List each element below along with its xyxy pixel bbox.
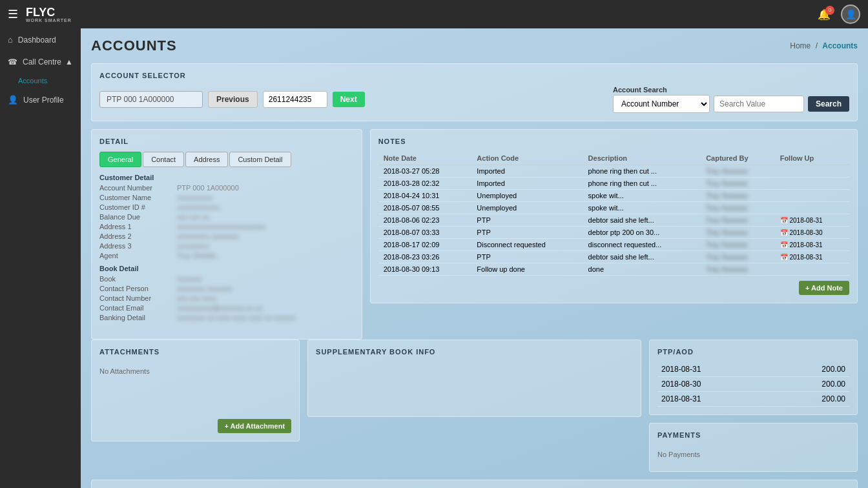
col-note-date: Note Date <box>378 152 472 165</box>
table-row[interactable]: 2018-03-28 02:32 Imported phone ring the… <box>378 178 849 190</box>
user-avatar[interactable]: 👤 <box>841 5 860 24</box>
note-description: phone ring then cut ... <box>583 165 701 178</box>
note-date: 2018-08-17 02:09 <box>378 239 472 251</box>
breadcrumb-home[interactable]: Home <box>790 41 811 50</box>
field-label-contact-person: Contact Person <box>99 285 177 292</box>
note-description: debtor said she left... <box>583 251 701 263</box>
note-date: 2018-08-23 03:26 <box>378 251 472 263</box>
previous-button[interactable]: Previous <box>208 91 258 108</box>
field-agent: Agent Troy Shields <box>99 252 354 259</box>
tab-custom-detail[interactable]: Custom Detail <box>229 152 291 167</box>
sidebar: ⌂ Dashboard ☎ Call Centre ▲ Accounts 👤 U… <box>0 28 81 488</box>
table-row[interactable]: 2018-08-30 09:13 Follow up done done Trx… <box>378 263 849 276</box>
search-value-input[interactable] <box>714 96 804 112</box>
note-action: Unemployed <box>471 190 583 202</box>
note-follow-up <box>775 178 849 190</box>
ptp-amount: 200.00 <box>822 365 845 374</box>
field-contact-email: Contact Email xxxxxxxxxx@xxxxxxx.xx.xx <box>99 304 354 312</box>
nav-left: ☰ FLYC WORK SMARTER <box>8 6 72 23</box>
notes-table-body: 2018-03-27 05:28 Imported phone ring the… <box>378 165 849 276</box>
no-attachments-text: No Attachments <box>99 362 291 380</box>
sidebar-label-user-profile: User Profile <box>23 96 64 105</box>
detail-card-title: DETAIL <box>99 137 354 145</box>
user-icon: 👤 <box>8 95 18 105</box>
breadcrumb-separator: / <box>816 41 818 50</box>
bottom-row: ATTACHMENTS No Attachments + Add Attachm… <box>91 340 858 480</box>
note-captured-by: Trxy Xxxxxxx <box>701 190 775 202</box>
field-value-customer-id: xxxxxxxxxxxx <box>177 203 220 211</box>
col-captured-by: Captured By <box>701 152 775 165</box>
note-date: 2018-08-07 03:33 <box>378 227 472 239</box>
customer-detail-title: Customer Detail <box>99 174 354 181</box>
notification-bell[interactable]: 🔔 0 <box>818 8 831 21</box>
top-navigation: ☰ FLYC WORK SMARTER 🔔 0 👤 <box>0 0 868 28</box>
sidebar-item-dashboard[interactable]: ⌂ Dashboard <box>0 28 81 51</box>
col-description: Description <box>583 152 701 165</box>
table-row[interactable]: 2018-03-27 05:28 Imported phone ring the… <box>378 165 849 178</box>
ptp-amount: 200.00 <box>822 394 845 403</box>
table-row[interactable]: 2018-08-07 03:33 PTP debtor ptp 200 on 3… <box>378 227 849 239</box>
ptp-aod-title: PTP/AOD <box>657 348 849 356</box>
payments-title: PAYMENTS <box>657 431 849 439</box>
breadcrumb: Home / Accounts <box>790 41 858 50</box>
field-label-agent: Agent <box>99 252 177 259</box>
field-balance-due: Balance Due xxx xxx xx <box>99 213 354 221</box>
search-button[interactable]: Search <box>808 96 849 112</box>
note-captured-by: Trxy Xxxxxxx <box>701 202 775 214</box>
field-value-address2: xxxxxxxxx xxxxxxxx <box>177 232 240 240</box>
ptp-rows: 2018-08-31200.002018-08-30200.002018-08-… <box>657 362 849 407</box>
breadcrumb-current: Accounts <box>822 41 858 50</box>
field-value-address3: xxxxxxxxx <box>177 242 209 250</box>
supplementary-card: SUPPLEMENTARY BOOK INFO <box>307 340 641 417</box>
add-note-row: + Add Note <box>378 281 849 295</box>
note-follow-up <box>775 165 849 178</box>
note-date: 2018-08-30 09:13 <box>378 263 472 276</box>
sidebar-sub-accounts[interactable]: Accounts <box>0 73 81 88</box>
note-action: Follow up done <box>471 263 583 276</box>
tab-general[interactable]: General <box>99 152 141 167</box>
note-description: debtor said she left... <box>583 214 701 227</box>
logo-sub: WORK SMARTER <box>26 18 72 23</box>
menu-hamburger[interactable]: ☰ <box>8 7 18 21</box>
sidebar-item-user-profile[interactable]: 👤 User Profile <box>0 88 81 111</box>
table-row[interactable]: 2018-04-24 10:31 Unemployed spoke wit...… <box>378 190 849 202</box>
note-captured-by: Trxy Xxxxxxx <box>701 165 775 178</box>
note-description: done <box>583 263 701 276</box>
next-button[interactable]: Next <box>333 92 365 107</box>
ptp-date: 2018-08-31 <box>661 394 701 403</box>
notification-badge: 0 <box>825 6 834 15</box>
note-follow-up <box>775 263 849 276</box>
account-selector-row: PTP 000 1A000000 Previous Next Account S… <box>99 86 849 113</box>
account-display: PTP 000 1A000000 <box>99 91 203 108</box>
ptp-date: 2018-08-30 <box>661 380 701 389</box>
detail-notes-row: DETAIL General Contact Address Custom De… <box>91 129 858 340</box>
account-number-input[interactable] <box>263 91 327 108</box>
tab-address[interactable]: Address <box>185 152 228 167</box>
field-label-address1: Address 1 <box>99 223 177 230</box>
table-row[interactable]: 2018-08-23 03:26 PTP debtor said she lef… <box>378 251 849 263</box>
tab-contact[interactable]: Contact <box>143 152 184 167</box>
field-label-book: Book <box>99 275 177 283</box>
field-label-contact-number: Contact Number <box>99 294 177 302</box>
note-description: phone ring then cut ... <box>583 178 701 190</box>
field-value-balance-due: xxx xxx xx <box>177 213 209 221</box>
field-value-banking-detail: xxxxxxxx xx xxxx xxxx xxxx xx xxxxxx <box>177 314 295 321</box>
sidebar-item-call-centre[interactable]: ☎ Call Centre ▲ <box>0 51 81 73</box>
add-note-button[interactable]: + Add Note <box>799 281 849 295</box>
notes-card-title: NOTES <box>378 137 849 145</box>
supplementary-column: SUPPLEMENTARY BOOK INFO <box>307 340 641 480</box>
search-label: Account Search <box>613 86 849 94</box>
ptp-payments-column: PTP/AOD 2018-08-31200.002018-08-30200.00… <box>649 340 858 480</box>
field-value-agent: Troy Shields <box>177 252 216 259</box>
table-row[interactable]: 2018-05-07 08:55 Unemployed spoke wit...… <box>378 202 849 214</box>
search-type-select[interactable]: Account Number ID Number Name Phone <box>613 95 710 113</box>
add-attachment-button[interactable]: + Add Attachment <box>218 419 291 433</box>
table-row[interactable]: 2018-08-06 02:23 PTP debtor said she lef… <box>378 214 849 227</box>
note-captured-by: Trxy Xxxxxxx <box>701 214 775 227</box>
note-action: Disconnect requested <box>471 239 583 251</box>
note-action: PTP <box>471 214 583 227</box>
page-title: ACCOUNTS <box>91 37 177 54</box>
note-action: Imported <box>471 178 583 190</box>
field-contact-number: Contact Number xxx xxx xxxx <box>99 294 354 302</box>
table-row[interactable]: 2018-08-17 02:09 Disconnect requested di… <box>378 239 849 251</box>
